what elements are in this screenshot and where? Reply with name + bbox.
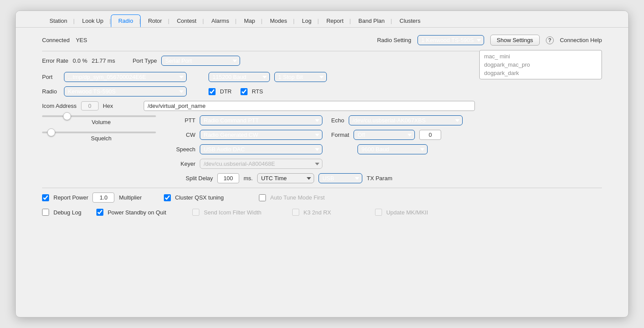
connection-help-icon[interactable]: ?	[546, 36, 554, 44]
divider-2	[42, 188, 602, 188]
k3-label: K3 2nd RX	[304, 209, 331, 216]
volume-label: Volume	[92, 119, 110, 125]
split-delay-ms: ms.	[244, 175, 253, 182]
tab-report[interactable]: Report	[319, 14, 351, 27]
report-power-checkbox[interactable]	[42, 194, 49, 201]
multiplier-label: Multiplier	[119, 194, 142, 201]
power-standby-checkbox[interactable]	[96, 209, 103, 216]
tab-modes[interactable]: Modes	[262, 14, 294, 27]
main-window: StationLook UpRadioRotorContestAlarmsMap…	[15, 11, 629, 317]
hex-label: Hex	[103, 103, 113, 109]
connected-row: Connected YES Radio Setting 1 Kenwood TS…	[42, 35, 602, 46]
usb-select[interactable]: USB	[318, 173, 362, 183]
tab-contest[interactable]: Contest	[170, 14, 204, 27]
cw-label: CW	[169, 132, 195, 138]
tab-station[interactable]: Station	[42, 14, 74, 27]
radio-setting-label: Radio Setting	[377, 37, 411, 43]
speech-row: Speech USB Audio DAC 9600 Baud	[169, 144, 602, 154]
error-rate-ms: 21.77 ms	[92, 57, 115, 64]
tab-log[interactable]: Log	[294, 14, 319, 27]
rts-checkbox[interactable]	[241, 88, 248, 95]
update-mk-label: Update MK/MKII	[386, 209, 428, 216]
cluster-qsx-checkbox[interactable]	[164, 194, 171, 201]
echo-label: Echo	[331, 117, 344, 124]
bonjour-item-2[interactable]: dogpark_mac_pro	[480, 61, 602, 69]
power-standby-label: Power Standby on Quit	[108, 209, 166, 216]
squelch-slider[interactable]	[42, 132, 156, 133]
tab-look-up[interactable]: Look Up	[74, 14, 110, 27]
tab-clusters[interactable]: Clusters	[392, 14, 428, 27]
bottom-row-1: Report Power Multiplier Cluster QSX tuni…	[42, 193, 602, 203]
error-rate-value: 0.0 %	[73, 57, 87, 64]
ptt-label: PTT	[169, 117, 195, 124]
auto-tune-checkbox[interactable]	[259, 194, 266, 201]
keyer-row: Keyer /dev/cu.usbserial-A800468E	[169, 159, 602, 169]
cw-select[interactable]: Radio Generated CW	[200, 130, 322, 140]
bonjour-list: mac_ mini dogpark_mac_pro dogpark_dark	[479, 50, 602, 79]
virtual-port-input[interactable]	[144, 101, 475, 111]
report-power-value[interactable]	[92, 193, 114, 203]
format-number-input[interactable]	[419, 130, 441, 140]
dtr-label: DTR	[220, 88, 232, 95]
echo-select[interactable]: /dev/cu.usbserial-AK067XBS	[349, 115, 463, 125]
ptt-row: PTT Radio Command PTT Echo /dev/cu.usbse…	[169, 115, 602, 125]
format-label: Format	[331, 132, 349, 138]
tab-radio[interactable]: Radio	[111, 14, 141, 27]
slider-section: Volume Squelch	[42, 115, 160, 148]
speech-select[interactable]: USB Audio DAC	[200, 144, 322, 154]
content-area: Connected YES Radio Setting 1 Kenwood TS…	[16, 28, 628, 231]
tab-alarms[interactable]: Alarms	[204, 14, 236, 27]
connected-label: Connected	[42, 37, 70, 43]
connection-help-label: Connection Help	[560, 37, 602, 43]
radio-label: Radio	[42, 88, 60, 95]
radio-model-select[interactable]: Kenwood TS-590S	[64, 86, 187, 96]
report-power-label: Report Power	[53, 194, 88, 201]
port-row: Port ...tmp/dp_sym_056700024E6E 115200 B…	[42, 72, 475, 82]
error-rate-label: Error Rate	[42, 57, 68, 64]
bottom-row-2: Debug Log Power Standby on Quit Send Ico…	[42, 209, 602, 216]
format-select[interactable]: Off	[354, 130, 415, 140]
stop-bit-select[interactable]: 1 Stop Bit	[274, 72, 327, 82]
port-label: Port	[42, 74, 60, 80]
port-type-label: Port Type	[133, 57, 157, 64]
keyer-label: Keyer	[169, 160, 195, 167]
ptt-select[interactable]: Radio Command PTT	[200, 115, 322, 125]
update-mk-checkbox[interactable]	[375, 209, 382, 216]
auto-tune-label: Auto Tune Mode First	[270, 194, 325, 201]
radio-setting-select[interactable]: 1 Kenwood TS-590S	[418, 35, 484, 45]
tab-rotor[interactable]: Rotor	[141, 14, 170, 27]
cw-row: CW Radio Generated CW Format Off	[169, 130, 602, 140]
tab-bar: StationLook UpRadioRotorContestAlarmsMap…	[16, 11, 628, 28]
k3-checkbox[interactable]	[292, 209, 299, 216]
squelch-label: Squelch	[91, 135, 112, 142]
icom-label: Icom Address	[42, 103, 77, 109]
bonjour-item-1[interactable]: mac_ mini	[480, 52, 602, 61]
rts-label: RTS	[252, 88, 263, 95]
keyer-select[interactable]: /dev/cu.usbserial-A800468E	[200, 159, 322, 169]
dtr-checkbox[interactable]	[209, 88, 216, 95]
split-delay-input[interactable]	[217, 173, 239, 183]
port-type-select[interactable]: Serial Port	[161, 56, 240, 66]
tab-band-plan[interactable]: Band Plan	[351, 14, 392, 27]
utc-time-select[interactable]: UTC Time	[257, 173, 314, 183]
cluster-qsx-label: Cluster QSX tuning	[175, 194, 224, 201]
baud-select[interactable]: 115200 Baud	[209, 72, 270, 82]
icom-address-input[interactable]	[81, 101, 99, 111]
tx-param-label: TX Param	[367, 175, 393, 182]
radio-row: Radio Kenwood TS-590S DTR RTS	[42, 86, 475, 96]
split-delay-label: Split Delay	[169, 175, 213, 182]
send-icom-checkbox[interactable]	[192, 209, 199, 216]
debug-log-checkbox[interactable]	[42, 209, 49, 216]
bonjour-item-3[interactable]: dogpark_dark	[480, 69, 602, 77]
port-select[interactable]: ...tmp/dp_sym_056700024E6E	[64, 72, 187, 82]
connected-value: YES	[76, 37, 87, 43]
tab-map[interactable]: Map	[237, 14, 262, 27]
show-settings-button[interactable]: Show Settings	[490, 35, 540, 46]
split-delay-row: Split Delay ms. UTC Time USB TX Param	[169, 173, 602, 183]
volume-slider[interactable]	[42, 115, 156, 117]
debug-log-label: Debug Log	[53, 209, 81, 216]
speech-baud-select[interactable]: 9600 Baud	[357, 144, 428, 154]
speech-label: Speech	[169, 146, 195, 153]
send-icom-label: Send Icom Filter Width	[204, 209, 262, 216]
icom-row: Icom Address Hex	[42, 101, 475, 111]
